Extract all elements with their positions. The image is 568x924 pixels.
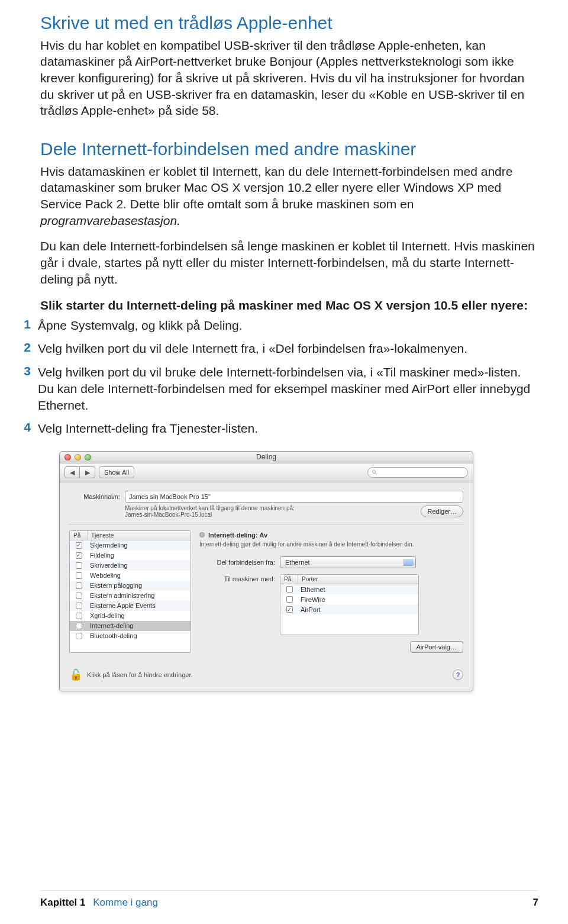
section2-body1: Hvis datamaskinen er koblet til Internet…	[40, 163, 538, 229]
service-row[interactable]: Webdeling	[70, 571, 191, 581]
service-name: Webdeling	[88, 572, 191, 579]
service-row[interactable]: ✓Skjermdeling	[70, 540, 191, 550]
service-name: Fildeling	[88, 552, 191, 559]
search-icon	[372, 469, 377, 475]
service-name: Bluetooth-deling	[88, 632, 191, 639]
service-status: Internett-deling: Av	[199, 532, 463, 539]
services-list[interactable]: PåTjeneste ✓Skjermdeling✓FildelingSkrive…	[69, 530, 191, 653]
checkbox[interactable]: ✓	[286, 606, 293, 613]
col-service: Tjeneste	[88, 531, 191, 540]
computer-name-field[interactable]: James sin MacBook Pro 15"	[125, 491, 463, 503]
help-button[interactable]: ?	[453, 669, 463, 680]
service-row[interactable]: Skriverdeling	[70, 561, 191, 571]
col-ports: Porter	[298, 575, 321, 584]
window-title: Deling	[60, 453, 473, 461]
lock-label: Klikk på låsen for å hindre endringer.	[87, 671, 193, 678]
service-row[interactable]: Internett-deling	[70, 621, 191, 631]
service-row[interactable]: Ekstern pålogging	[70, 581, 191, 591]
service-description: Internett-deling gjør det mulig for andr…	[199, 541, 463, 549]
status-dot-icon	[199, 532, 205, 537]
service-name: Eksterne Apple Events	[88, 602, 191, 609]
checkbox[interactable]	[76, 613, 82, 619]
edit-button[interactable]: Rediger…	[421, 506, 463, 517]
service-name: Ekstern administrering	[88, 592, 191, 599]
service-row[interactable]: Eksterne Apple Events	[70, 601, 191, 611]
step-text: Velg Internett-deling fra Tjenester-list…	[38, 420, 538, 437]
checkbox[interactable]	[76, 562, 82, 569]
service-row[interactable]: Xgrid-deling	[70, 611, 191, 621]
port-row[interactable]: ✓AirPort	[280, 604, 418, 614]
step-text: Velg hvilken port du vil dele Internett …	[38, 340, 538, 357]
port-name: AirPort	[298, 606, 418, 613]
col-on: På	[70, 531, 88, 540]
section1-title: Skrive ut med en trådløs Apple-enhet	[40, 13, 538, 34]
service-row[interactable]: Ekstern administrering	[70, 591, 191, 601]
sharing-prefpane-screenshot: Deling ◀ ▶ Show All Maskinnavn: James si…	[59, 451, 473, 692]
step-number: 1	[21, 317, 38, 331]
checkbox[interactable]	[286, 596, 293, 603]
port-name: FireWire	[298, 596, 418, 603]
svg-line-1	[375, 474, 377, 475]
section2-body2: Du kan dele Internett-forbindelsen så le…	[40, 238, 538, 287]
step-number: 3	[21, 364, 38, 378]
service-name: Skjermdeling	[88, 542, 191, 549]
service-name: Ekstern pålogging	[88, 582, 191, 589]
service-name: Xgrid-deling	[88, 612, 191, 619]
step-text: Åpne Systemvalg, og klikk på Deling.	[38, 317, 538, 334]
ports-list[interactable]: PåPorter EthernetFireWire✓AirPort	[280, 574, 419, 635]
checkbox[interactable]: ✓	[76, 542, 82, 549]
chapter-number: Kapittel 1	[40, 897, 86, 908]
show-all-button[interactable]: Show All	[99, 466, 134, 478]
page-number: 7	[533, 897, 538, 909]
checkbox[interactable]	[76, 603, 82, 609]
checkbox[interactable]	[286, 586, 293, 593]
port-row[interactable]: FireWire	[280, 594, 418, 604]
search-input[interactable]	[367, 467, 468, 478]
step-text: Velg hvilken port du vil bruke dele Inte…	[38, 364, 538, 413]
local-hostname-value: James-sin-MacBook-Pro-15.local	[125, 511, 416, 518]
checkbox[interactable]	[76, 633, 82, 639]
checkbox[interactable]	[76, 572, 82, 579]
share-from-label: Del forbindelsen fra:	[199, 559, 275, 566]
to-computers-label: Til maskiner med:	[199, 574, 275, 582]
service-row[interactable]: Bluetooth-deling	[70, 631, 191, 641]
col-on: På	[280, 575, 298, 584]
step-number: 2	[21, 340, 38, 355]
lock-control[interactable]: 🔓 Klikk på låsen for å hindre endringer.	[69, 668, 193, 681]
service-row[interactable]: ✓Fildeling	[70, 550, 191, 561]
computer-name-label: Maskinnavn:	[69, 493, 120, 500]
lock-icon: 🔓	[69, 668, 82, 681]
page-footer: Kapittel 1 Komme i gang 7	[40, 890, 538, 909]
svg-point-0	[373, 471, 376, 474]
prefs-toolbar: ◀ ▶ Show All	[60, 463, 473, 482]
checkbox[interactable]: ✓	[76, 552, 82, 559]
forward-button[interactable]: ▶	[80, 466, 95, 478]
port-name: Ethernet	[298, 586, 418, 593]
service-name: Internett-deling	[88, 622, 191, 629]
checkbox[interactable]	[76, 582, 82, 589]
port-row[interactable]: Ethernet	[280, 584, 418, 594]
checkbox[interactable]	[76, 623, 82, 629]
chapter-name: Komme i gang	[93, 897, 158, 908]
local-hostname-hint: Maskiner på lokalnettverket kan få tilga…	[125, 505, 416, 511]
window-titlebar: Deling	[60, 452, 473, 463]
service-name: Skriverdeling	[88, 562, 191, 569]
section2-title: Dele Internett-forbindelsen med andre ma…	[40, 139, 538, 160]
step-number: 4	[21, 420, 38, 434]
back-button[interactable]: ◀	[64, 466, 80, 478]
section1-body: Hvis du har koblet en kompatibel USB-skr…	[40, 37, 538, 120]
steps-list: 1Åpne Systemvalg, og klikk på Deling. 2V…	[40, 317, 538, 437]
checkbox[interactable]	[76, 593, 82, 599]
steps-heading: Slik starter du Internett-deling på mask…	[40, 298, 538, 313]
share-from-select[interactable]: Ethernet▲▼	[280, 556, 416, 568]
airport-options-button[interactable]: AirPort-valg…	[410, 641, 463, 653]
back-forward-buttons[interactable]: ◀ ▶	[64, 466, 95, 478]
